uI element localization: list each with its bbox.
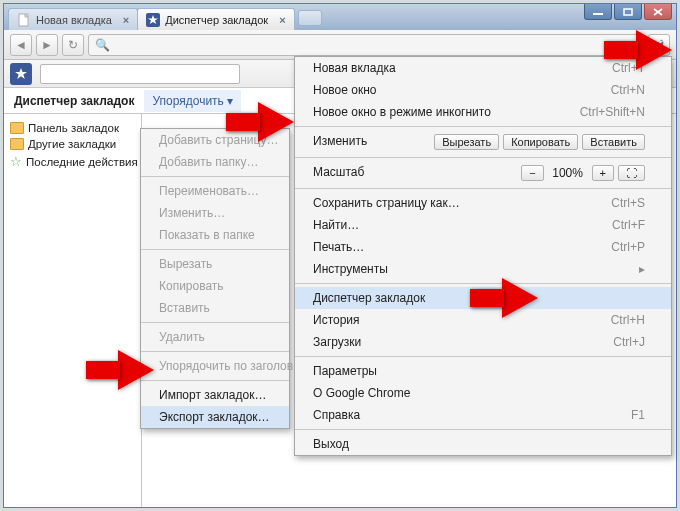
- fullscreen-button[interactable]: ⛶: [618, 165, 645, 181]
- chevron-right-icon: ▸: [639, 262, 645, 276]
- annotation-arrow: [258, 102, 294, 142]
- globe-icon: 🔍: [95, 38, 110, 52]
- menu-item-cut[interactable]: Вырезать: [141, 253, 289, 275]
- star-outline-icon: ☆: [10, 154, 22, 169]
- tab-bookmark-manager[interactable]: Диспетчер закладок ×: [137, 8, 294, 30]
- close-icon[interactable]: ×: [123, 14, 129, 26]
- reload-button[interactable]: ↻: [62, 34, 84, 56]
- close-window-button[interactable]: [644, 4, 672, 20]
- menu-item-delete[interactable]: Удалить: [141, 326, 289, 348]
- menu-item-save-page[interactable]: Сохранить страницу как…Ctrl+S: [295, 192, 671, 214]
- star-icon: [146, 13, 160, 27]
- page-title: Диспетчер закладок: [4, 94, 144, 108]
- edit-paste-button[interactable]: Вставить: [582, 134, 645, 150]
- menu-item-new-window[interactable]: Новое окноCtrl+N: [295, 79, 671, 101]
- address-bar[interactable]: 🔍: [88, 34, 644, 56]
- menu-item-print[interactable]: Печать…Ctrl+P: [295, 236, 671, 258]
- maximize-button[interactable]: [614, 4, 642, 20]
- menu-item-exit[interactable]: Выход: [295, 433, 671, 455]
- menu-item-copy[interactable]: Копировать: [141, 275, 289, 297]
- menu-item-about[interactable]: О Google Chrome: [295, 382, 671, 404]
- zoom-in-button[interactable]: +: [592, 165, 614, 181]
- tree-node-other-bookmarks[interactable]: Другие закладки: [8, 136, 137, 152]
- menu-item-add-folder[interactable]: Добавить папку…: [141, 151, 289, 173]
- organize-menu-trigger[interactable]: Упорядочить ▾: [144, 90, 241, 112]
- zoom-out-button[interactable]: −: [521, 165, 543, 181]
- tree-node-bookmarks-bar[interactable]: Панель закладок: [8, 120, 137, 136]
- svg-rect-2: [593, 13, 603, 15]
- annotation-arrow: [502, 278, 538, 318]
- organize-dropdown-menu: Добавить страницу… Добавить папку… Переи…: [140, 128, 290, 429]
- bookmark-app-icon: [10, 63, 32, 85]
- back-button[interactable]: ◄: [10, 34, 32, 56]
- new-tab-button[interactable]: [298, 10, 322, 26]
- tab-label: Диспетчер закладок: [165, 14, 268, 26]
- annotation-arrow: [118, 350, 154, 390]
- menu-item-find[interactable]: Найти…Ctrl+F: [295, 214, 671, 236]
- menu-item-new-tab[interactable]: Новая вкладкаCtrl+T: [295, 57, 671, 79]
- menu-item-history[interactable]: ИсторияCtrl+H: [295, 309, 671, 331]
- menu-item-help[interactable]: СправкаF1: [295, 404, 671, 426]
- annotation-arrow: [636, 30, 672, 70]
- window-titlebar: Новая вкладка × Диспетчер закладок ×: [4, 4, 676, 30]
- menu-item-downloads[interactable]: ЗагрузкиCtrl+J: [295, 331, 671, 353]
- folder-icon: [10, 122, 24, 134]
- menu-item-show-in-folder[interactable]: Показать в папке: [141, 224, 289, 246]
- chevron-down-icon: ▾: [224, 94, 233, 108]
- menu-item-import-bookmarks[interactable]: Импорт закладок…: [141, 384, 289, 406]
- wrench-dropdown-menu: Новая вкладкаCtrl+T Новое окноCtrl+N Нов…: [294, 56, 672, 456]
- menu-item-tools[interactable]: Инструменты▸: [295, 258, 671, 280]
- tree-node-recent[interactable]: ☆Последние действия: [8, 152, 137, 171]
- menu-item-edit[interactable]: Изменить…: [141, 202, 289, 224]
- blank-page-icon: [17, 13, 31, 27]
- bookmark-search-input[interactable]: [40, 64, 240, 84]
- menu-item-incognito[interactable]: Новое окно в режиме инкогнитоCtrl+Shift+…: [295, 101, 671, 123]
- menu-item-rename[interactable]: Переименовать…: [141, 180, 289, 202]
- menu-item-settings[interactable]: Параметры: [295, 360, 671, 382]
- bookmark-tree: Панель закладок Другие закладки ☆Последн…: [4, 114, 142, 507]
- edit-cut-button[interactable]: Вырезать: [434, 134, 499, 150]
- menu-item-zoom-row: Масштаб − 100% + ⛶: [295, 161, 671, 185]
- forward-button[interactable]: ►: [36, 34, 58, 56]
- tab-new-tab[interactable]: Новая вкладка ×: [8, 8, 138, 30]
- svg-rect-3: [624, 9, 632, 15]
- zoom-value: 100%: [548, 166, 588, 180]
- edit-copy-button[interactable]: Копировать: [503, 134, 578, 150]
- menu-item-paste[interactable]: Вставить: [141, 297, 289, 319]
- folder-icon: [10, 138, 24, 150]
- tab-label: Новая вкладка: [36, 14, 112, 26]
- menu-item-sort[interactable]: Упорядочить по заголовкам: [141, 355, 289, 377]
- menu-item-edit-row: Изменить Вырезать Копировать Вставить: [295, 130, 671, 154]
- close-icon[interactable]: ×: [279, 14, 285, 26]
- menu-item-export-bookmarks[interactable]: Экспорт закладок…: [141, 406, 289, 428]
- minimize-button[interactable]: [584, 4, 612, 20]
